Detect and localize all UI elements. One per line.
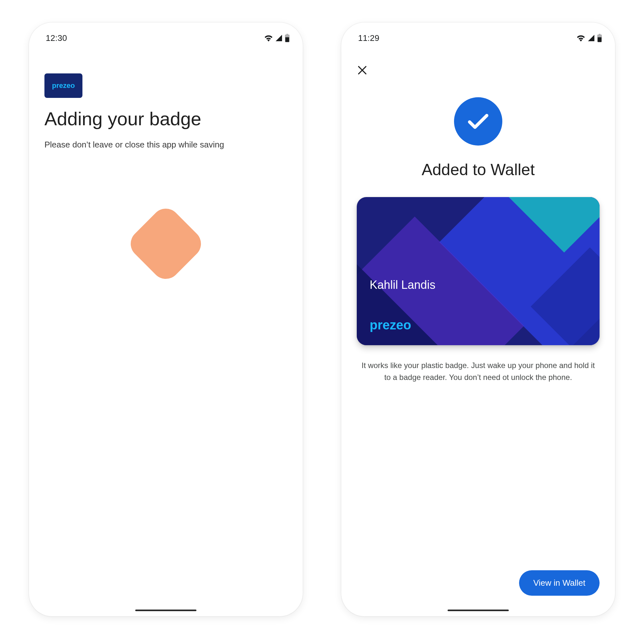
page-title: Adding your badge [44, 108, 287, 130]
nav-handle[interactable] [135, 610, 196, 611]
page-title: Added to Wallet [357, 160, 600, 179]
page-subtitle: Please don’t leave or close this app whi… [44, 139, 287, 150]
status-icons [576, 34, 602, 42]
cell-signal-icon [275, 34, 283, 42]
wifi-icon [576, 34, 585, 42]
close-icon[interactable] [357, 65, 368, 76]
status-time: 11:29 [358, 33, 379, 43]
status-icons [264, 34, 290, 42]
loading-indicator [125, 203, 207, 285]
wifi-icon [264, 34, 273, 42]
status-bar: 11:29 [341, 28, 615, 48]
card-brand-text: prezeo [370, 318, 411, 332]
battery-icon [597, 34, 602, 42]
brand-chip: prezeo [44, 73, 82, 98]
status-bar: 12:30 [29, 28, 303, 48]
battery-icon [285, 34, 290, 42]
phone-adding-badge: 12:30 prezeo Adding your badge Please do… [29, 23, 303, 616]
cell-signal-icon [587, 34, 595, 42]
wallet-badge-card[interactable]: Kahlil Landis prezeo [357, 197, 600, 345]
cardholder-name: Kahlil Landis [370, 278, 435, 292]
info-text: It works like your plastic badge. Just w… [357, 359, 600, 383]
success-check-icon [454, 97, 502, 146]
phone-added-to-wallet: 11:29 Added to Wallet Kahlil Land [341, 23, 615, 616]
brand-chip-text: prezeo [52, 81, 75, 90]
nav-handle[interactable] [448, 610, 509, 611]
view-in-wallet-button[interactable]: View in Wallet [519, 570, 600, 596]
status-time: 12:30 [46, 33, 67, 43]
